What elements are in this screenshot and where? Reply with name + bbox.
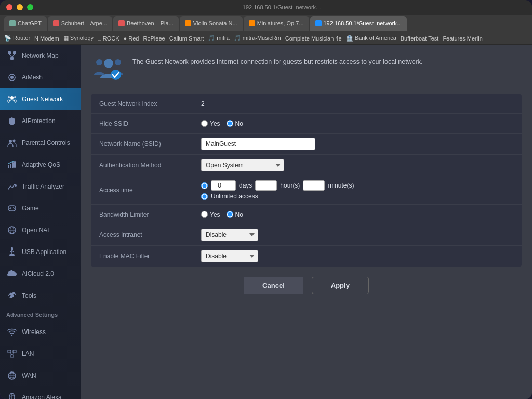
tab-beethoven[interactable]: Beethoven – Pia... bbox=[113, 16, 179, 31]
svg-point-9 bbox=[9, 140, 12, 143]
form-row-mac-filter: Enable MAC Filter Disable Enable bbox=[91, 246, 522, 267]
sidebar-item-lan[interactable]: LAN bbox=[0, 343, 81, 365]
sidebar-item-network-map[interactable]: Network Map bbox=[0, 45, 81, 66]
label-mac-filter: Enable MAC Filter bbox=[91, 248, 195, 264]
svg-point-45 bbox=[115, 59, 121, 65]
sidebar-item-adaptive-qos[interactable]: Adaptive QoS bbox=[0, 154, 81, 176]
radio-input-hide-ssid-yes[interactable] bbox=[201, 120, 208, 127]
bookmark-bufferboat[interactable]: Bufferboat Test bbox=[401, 35, 439, 42]
radio-bandwidth-no[interactable]: No bbox=[227, 211, 243, 218]
usb-icon bbox=[6, 246, 18, 258]
tab-chatgpt[interactable]: ChatGPT bbox=[4, 16, 47, 31]
sidebar-item-parental-controls[interactable]: Parental Controls bbox=[0, 132, 81, 154]
sidebar-label: Network Map bbox=[22, 52, 59, 59]
svg-point-10 bbox=[13, 140, 16, 142]
access-intranet-select[interactable]: Disable Enable bbox=[201, 229, 258, 241]
svg-rect-25 bbox=[9, 254, 15, 256]
sidebar-item-wan[interactable]: WAN bbox=[0, 365, 81, 387]
bookmark-mitra-music[interactable]: 🎵 mitra-MusicRm bbox=[234, 35, 281, 42]
sidebar-item-usb-application[interactable]: USB Application bbox=[0, 241, 81, 263]
page-description: The Guest Network provides Internet conn… bbox=[132, 55, 423, 67]
tab-router[interactable]: 192.168.50.1/Guest_network... bbox=[310, 16, 407, 31]
bookmark-router[interactable]: 📡 Router bbox=[4, 35, 30, 42]
radio-hide-ssid-yes[interactable]: Yes bbox=[201, 120, 220, 127]
tab-favicon bbox=[185, 20, 191, 26]
tab-violin[interactable]: Violin Sonata N... bbox=[180, 16, 243, 31]
aimesh-icon bbox=[6, 72, 18, 83]
radio-input-hide-ssid-no[interactable] bbox=[227, 120, 233, 127]
sidebar-item-open-nat[interactable]: Open NAT bbox=[0, 219, 81, 241]
access-time-hours-input[interactable] bbox=[255, 180, 277, 191]
network-name-input[interactable] bbox=[201, 138, 315, 150]
sidebar-item-tools[interactable]: Tools bbox=[0, 285, 81, 307]
bookmark-boa[interactable]: 🏦 Bank of America bbox=[346, 35, 396, 42]
bookmark-mitra[interactable]: 🎵 mitra bbox=[208, 35, 230, 42]
radio-access-time[interactable] bbox=[201, 182, 208, 189]
cancel-button[interactable]: Cancel bbox=[244, 277, 303, 294]
sidebar-item-aiprotection[interactable]: AiProtection bbox=[0, 110, 81, 132]
sidebar-item-aimesh[interactable]: AiMesh bbox=[0, 66, 81, 88]
close-button[interactable] bbox=[6, 4, 12, 10]
access-time-minutes-input[interactable] bbox=[303, 180, 325, 191]
radio-unlimited-access[interactable] bbox=[201, 193, 208, 200]
page-header: The Guest Network provides Internet conn… bbox=[81, 45, 532, 94]
svg-rect-11 bbox=[8, 165, 9, 168]
tab-label: 192.168.50.1/Guest_network... bbox=[324, 20, 402, 26]
sidebar-item-guest-network[interactable]: Guest Network bbox=[0, 88, 81, 110]
maximize-button[interactable] bbox=[27, 4, 33, 10]
value-network-name bbox=[195, 134, 522, 154]
svg-rect-29 bbox=[13, 350, 16, 353]
access-time-days-input[interactable] bbox=[211, 180, 236, 191]
tab-schubert[interactable]: Schubert – Arpe... bbox=[48, 16, 112, 31]
label-bandwidth-limiter: Bandwidth Limiter bbox=[91, 207, 195, 222]
network-map-icon bbox=[6, 50, 18, 61]
svg-rect-0 bbox=[8, 51, 11, 54]
window-chrome: 192.168.50.1/Guest_network... bbox=[0, 0, 532, 15]
bookmark-synology[interactable]: ▦ Synology bbox=[63, 35, 94, 42]
sidebar-label: Adaptive QoS bbox=[22, 161, 60, 168]
window-title: 192.168.50.1/Guest_network... bbox=[243, 4, 321, 10]
sidebar-label: AiProtection bbox=[22, 117, 56, 125]
sidebar-item-aicloud[interactable]: AiCloud 2.0 bbox=[0, 263, 81, 285]
bookmark-complete-musician[interactable]: Complete Musician 4e bbox=[285, 35, 342, 42]
tab-favicon bbox=[53, 20, 59, 26]
bookmark-callum[interactable]: Callum Smart bbox=[169, 35, 204, 42]
auth-method-select[interactable]: Open System WPA2-Personal bbox=[201, 159, 284, 171]
svg-line-30 bbox=[9, 353, 12, 355]
bookmark-red[interactable]: ● Red bbox=[124, 35, 139, 42]
unlimited-access-label: Unlimited access bbox=[211, 193, 258, 200]
form-row-hide-ssid: Hide SSID Yes No bbox=[91, 114, 522, 134]
sidebar-item-game[interactable]: Game bbox=[0, 197, 81, 219]
bookmark-modem[interactable]: N Modem bbox=[34, 35, 59, 42]
wan-icon bbox=[6, 370, 18, 381]
sidebar-label: AiMesh bbox=[22, 74, 43, 81]
form-row-network-index: Guest Network index 2 bbox=[91, 94, 522, 114]
label-network-index: Guest Network index bbox=[91, 96, 195, 112]
svg-point-26 bbox=[11, 335, 12, 336]
radio-input-bandwidth-yes[interactable] bbox=[201, 211, 208, 218]
apply-button[interactable]: Apply bbox=[312, 277, 369, 294]
svg-rect-27 bbox=[8, 350, 11, 353]
app-container: Network Map AiMesh Guest Network AiProte… bbox=[0, 45, 532, 399]
sidebar-item-traffic-analyzer[interactable]: Traffic Analyzer bbox=[0, 176, 81, 197]
tools-icon bbox=[6, 290, 18, 301]
radio-bandwidth-yes[interactable]: Yes bbox=[201, 211, 220, 218]
sidebar-label: Open NAT bbox=[22, 227, 51, 234]
bookmark-rock[interactable]: □ ROCK bbox=[98, 35, 119, 42]
svg-point-5 bbox=[10, 76, 14, 79]
sidebar-label: LAN bbox=[22, 350, 34, 357]
game-icon bbox=[6, 203, 18, 214]
sidebar-item-wireless[interactable]: Wireless bbox=[0, 321, 81, 343]
sidebar-label: WAN bbox=[22, 372, 36, 379]
radio-hide-ssid-no[interactable]: No bbox=[227, 120, 243, 127]
radio-input-bandwidth-no[interactable] bbox=[227, 211, 233, 218]
tab-favicon bbox=[315, 20, 322, 26]
bookmark-features-merlin[interactable]: Features Merlin bbox=[443, 35, 482, 42]
svg-rect-12 bbox=[10, 164, 11, 168]
tab-bar: ChatGPT Schubert – Arpe... Beethoven – P… bbox=[0, 15, 532, 32]
mac-filter-select[interactable]: Disable Enable bbox=[201, 250, 258, 262]
bookmark-ropleee[interactable]: RoPleee bbox=[143, 35, 165, 42]
minimize-button[interactable] bbox=[17, 4, 23, 10]
tab-miniatures[interactable]: Miniatures, Op.7... bbox=[244, 16, 309, 31]
sidebar-item-amazon-alexa[interactable]: Amazon Alexa bbox=[0, 387, 81, 399]
